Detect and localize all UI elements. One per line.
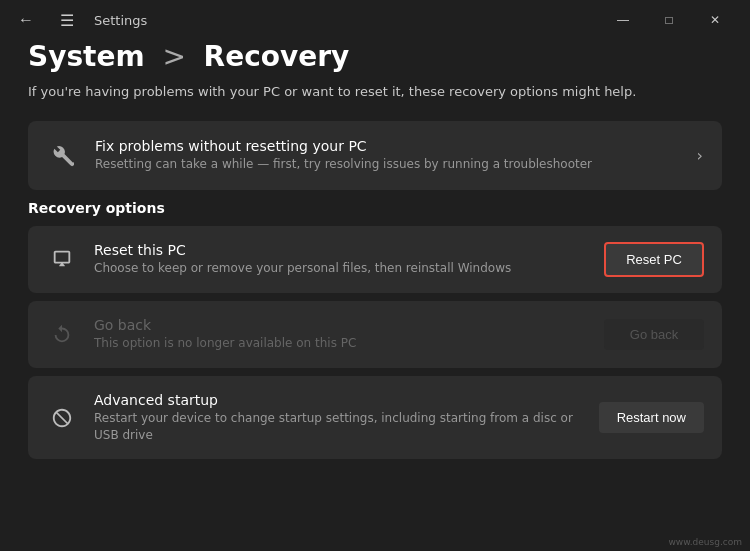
back-icon: ← <box>18 11 34 28</box>
close-button[interactable]: ✕ <box>692 4 738 36</box>
reset-pc-icon <box>46 243 78 275</box>
fix-problems-desc: Resetting can take a while — first, try … <box>95 156 681 173</box>
go-back-row: Go back This option is no longer availab… <box>28 301 722 368</box>
go-back-button: Go back <box>604 319 704 350</box>
title-bar-left: ← ☰ Settings <box>12 7 147 34</box>
advanced-startup-icon <box>46 402 78 434</box>
reset-pc-row: Reset this PC Choose to keep or remove y… <box>28 226 722 293</box>
breadcrumb-separator: > <box>162 40 185 73</box>
page-subtitle: If you're having problems with your PC o… <box>28 83 722 101</box>
reset-pc-content: Reset this PC Choose to keep or remove y… <box>94 242 588 277</box>
window-controls: — □ ✕ <box>600 4 738 36</box>
chevron-right-icon: › <box>697 146 703 165</box>
advanced-startup-title: Advanced startup <box>94 392 583 408</box>
title-bar: ← ☰ Settings — □ ✕ <box>0 0 750 40</box>
reset-pc-button[interactable]: Reset PC <box>604 242 704 277</box>
fix-problems-text: Fix problems without resetting your PC R… <box>95 138 681 173</box>
advanced-startup-desc: Restart your device to change startup se… <box>94 410 583 444</box>
breadcrumb-parent: System <box>28 40 145 73</box>
maximize-button[interactable]: □ <box>646 4 692 36</box>
wrench-icon <box>47 140 79 172</box>
reset-pc-title: Reset this PC <box>94 242 588 258</box>
go-back-title: Go back <box>94 317 588 333</box>
go-back-content: Go back This option is no longer availab… <box>94 317 588 352</box>
reset-pc-desc: Choose to keep or remove your personal f… <box>94 260 588 277</box>
advanced-startup-content: Advanced startup Restart your device to … <box>94 392 583 444</box>
window-title: Settings <box>94 13 147 28</box>
breadcrumb-current: Recovery <box>204 40 350 73</box>
back-button[interactable]: ← <box>12 7 40 33</box>
restart-now-button[interactable]: Restart now <box>599 402 704 433</box>
fix-problems-card[interactable]: Fix problems without resetting your PC R… <box>28 121 722 190</box>
minimize-button[interactable]: — <box>600 4 646 36</box>
recovery-section-heading: Recovery options <box>28 200 722 216</box>
hamburger-icon: ☰ <box>60 12 74 29</box>
main-content: System > Recovery If you're having probl… <box>0 40 750 511</box>
hamburger-button[interactable]: ☰ <box>54 7 80 34</box>
watermark: www.deusg.com <box>668 537 742 547</box>
fix-problems-title: Fix problems without resetting your PC <box>95 138 681 154</box>
go-back-icon <box>46 318 78 350</box>
advanced-startup-row: Advanced startup Restart your device to … <box>28 376 722 460</box>
go-back-desc: This option is no longer available on th… <box>94 335 588 352</box>
page-title: System > Recovery <box>28 40 722 73</box>
